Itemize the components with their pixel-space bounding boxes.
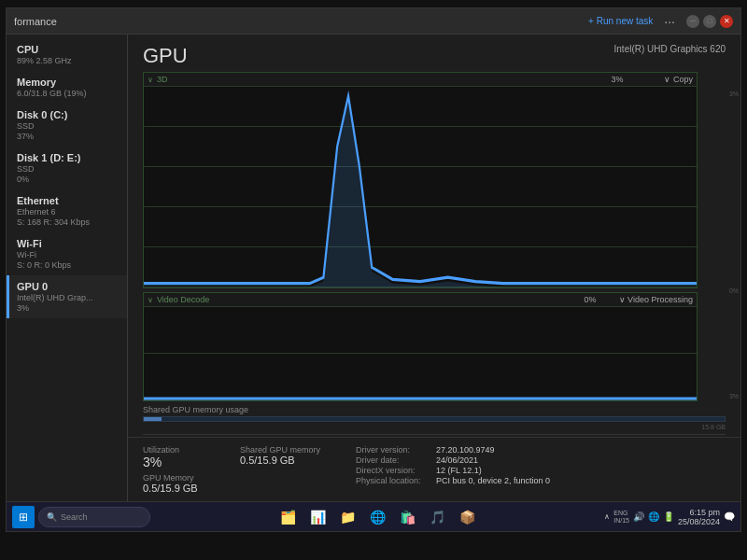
minimize-button[interactable]: ─: [686, 15, 699, 28]
driver-version-row: Driver version: 27.20.100.9749: [356, 445, 726, 455]
directx-label: DirectX version:: [356, 466, 430, 475]
shared-memory-label: Shared GPU memory usage: [143, 405, 726, 414]
sidebar-item-wifi[interactable]: Wi-Fi Wi-Fi S: 0 R: 0 Kbps: [7, 232, 127, 275]
copy-label: ∨ Copy: [664, 75, 693, 84]
chart-3d-header: ∨ 3D 3% ∨ Copy: [144, 73, 697, 86]
arrow-video: ∨: [148, 296, 153, 304]
shared-gpu-block: Shared GPU memory 0.5/15.9 GB: [240, 445, 352, 494]
shared-memory-bar: [143, 416, 726, 422]
taskbar-icons: 🗂️ 📊 📁 🌐 🛍️ 🎵 📦: [154, 505, 600, 529]
sidebar-item-ethernet[interactable]: Ethernet Ethernet 6 S: 168 R: 304 Kbps: [7, 189, 127, 232]
taskbar-icon-app[interactable]: 📦: [455, 505, 479, 529]
wifi-sub1: Wi-Fi: [17, 250, 120, 259]
chart-video-section: ∨ Video Decode 0% ∨ Video Processing: [143, 292, 698, 401]
utilization-block: Utilization 3% GPU Memory 0.5/15.9 GB: [143, 445, 236, 494]
notification-icon[interactable]: 🗨️: [724, 511, 735, 522]
sidebar-item-disk0[interactable]: Disk 0 (C:) SSD 37%: [7, 104, 127, 147]
driver-date-value: 24/06/2021: [436, 455, 478, 465]
clock-time: 6:15 pm: [678, 508, 720, 517]
disk1-sub2: 0%: [17, 175, 120, 184]
charts-area: ∨ 3D 3% ∨ Copy: [128, 72, 712, 401]
title-bar-right: + Run new task ··· ─ □ ✕: [588, 14, 733, 29]
chart-video-svg: [144, 306, 697, 400]
start-button[interactable]: ⊞: [12, 506, 35, 528]
sidebar-item-disk1[interactable]: Disk 1 (D: E:) SSD 0%: [7, 147, 127, 189]
taskbar-icon-store[interactable]: 🛍️: [395, 505, 419, 529]
directx-row: DirectX version: 12 (FL 12.1): [356, 466, 726, 475]
gpu-model: Intel(R) UHD Graphics 620: [614, 44, 726, 54]
sidebar-item-gpu0[interactable]: GPU 0 Intel(R) UHD Grap... 3%: [7, 275, 127, 318]
wifi-sub2: S: 0 R: 0 Kbps: [17, 260, 120, 270]
main-content: CPU 89% 2.58 GHz Memory 6.0/31.8 GB (19%…: [7, 35, 740, 501]
gpu-memory-label: GPU Memory: [143, 473, 236, 483]
chart-spike-svg: [144, 86, 697, 287]
right-panel: GPU Intel(R) UHD Graphics 620 ∨ 3D: [128, 35, 740, 501]
shared-gpu-value: 0.5/15.9 GB: [240, 455, 352, 466]
taskbar-icon-chart[interactable]: 📊: [305, 505, 330, 529]
taskbar-icon-music[interactable]: 🎵: [425, 505, 449, 529]
close-button[interactable]: ✕: [720, 15, 733, 28]
app-window: formance + Run new task ··· ─ □ ✕ CPU: [6, 7, 741, 532]
search-icon: 🔍: [47, 512, 57, 522]
search-text: Search: [61, 512, 88, 522]
cpu-label: CPU: [17, 44, 120, 55]
utilization-label: Utilization: [143, 445, 236, 455]
shared-memory-section: Shared GPU memory usage 15.8 GB: [128, 401, 740, 432]
gpu0-sub2: 3%: [17, 303, 120, 313]
stats-grid: Utilization 3% GPU Memory 0.5/15.9 GB Sh…: [143, 445, 726, 494]
gpu0-sub1: Intel(R) UHD Grap...: [17, 293, 120, 302]
title-bar: formance + Run new task ··· ─ □ ✕: [7, 8, 740, 35]
charts-row: ∨ 3D 3% ∨ Copy: [128, 72, 740, 401]
physical-location-row: Physical location: PCI bus 0, device 2, …: [356, 476, 726, 485]
chart-video-header: ∨ Video Decode 0% ∨ Video Processing: [144, 293, 697, 306]
tray-arrow[interactable]: ∧: [604, 512, 610, 521]
driver-version-label: Driver version:: [356, 445, 430, 455]
right-axis: 3% 0% 3%: [712, 72, 740, 401]
divider: [143, 434, 726, 435]
taskbar-icon-edge[interactable]: 🌐: [365, 505, 389, 529]
disk0-label: Disk 0 (C:): [17, 109, 120, 120]
chart-3d-section: ∨ 3D 3% ∨ Copy: [143, 72, 698, 288]
shared-gpu-label: Shared GPU memory: [240, 445, 352, 455]
wifi-label: Wi-Fi: [17, 238, 120, 249]
disk1-label: Disk 1 (D: E:): [17, 152, 120, 163]
run-new-task-button[interactable]: + Run new task: [588, 16, 653, 26]
ethernet-label: Ethernet: [17, 195, 120, 206]
chart-3d-canvas: [144, 86, 697, 287]
gpu-header: GPU Intel(R) UHD Graphics 620: [128, 35, 740, 72]
memory-label: Memory: [17, 77, 120, 88]
maximize-button[interactable]: □: [703, 15, 716, 28]
more-options-button[interactable]: ···: [660, 14, 679, 29]
axis-bottom-label: 0%: [729, 287, 739, 294]
chart-column-main: ∨ 3D 3% ∨ Copy: [143, 72, 698, 401]
system-clock: 6:15 pm 25/08/2024: [678, 508, 720, 526]
gpu-title: GPU: [143, 44, 188, 68]
lang-indicator: ENGIN/15: [613, 510, 629, 524]
chart-video-canvas: [144, 306, 697, 400]
battery-icon[interactable]: 🔋: [663, 511, 674, 522]
taskbar: ⊞ 🔍 Search 🗂️ 📊 📁 🌐 🛍️ 🎵 📦 ∧ ENGIN/15 🔊: [7, 501, 740, 531]
cpu-sub: 89% 2.58 GHz: [17, 56, 120, 65]
axis-vp-label: 3%: [729, 393, 739, 399]
driver-date-label: Driver date:: [356, 455, 430, 465]
ethernet-sub1: Ethernet 6: [17, 207, 120, 217]
volume-icon[interactable]: 🔊: [633, 511, 644, 522]
sidebar-item-memory[interactable]: Memory 6.0/31.8 GB (19%): [7, 71, 127, 104]
sidebar: CPU 89% 2.58 GHz Memory 6.0/31.8 GB (19%…: [7, 35, 128, 501]
taskbar-icon-explorer[interactable]: 🗂️: [275, 505, 300, 529]
sidebar-item-cpu[interactable]: CPU 89% 2.58 GHz: [7, 38, 127, 71]
network-icon[interactable]: 🌐: [648, 511, 659, 522]
ethernet-sub2: S: 168 R: 304 Kbps: [17, 217, 120, 227]
window-title: formance: [14, 16, 57, 27]
taskbar-icon-folder[interactable]: 📁: [335, 505, 359, 529]
driver-version-value: 27.20.100.9749: [436, 445, 495, 455]
gpu-memory-value: 0.5/15.9 GB: [143, 483, 236, 494]
utilization-value: 3%: [143, 455, 236, 469]
physical-location-label: Physical location:: [356, 476, 430, 485]
axis-top-label: 3%: [729, 91, 739, 97]
directx-value: 12 (FL 12.1): [436, 466, 482, 475]
window-controls: ─ □ ✕: [686, 15, 733, 28]
search-bar[interactable]: 🔍 Search: [38, 507, 150, 527]
video-decode-label: Video Decode: [157, 295, 209, 304]
system-tray: ∧ ENGIN/15 🔊 🌐 🔋: [604, 510, 674, 524]
